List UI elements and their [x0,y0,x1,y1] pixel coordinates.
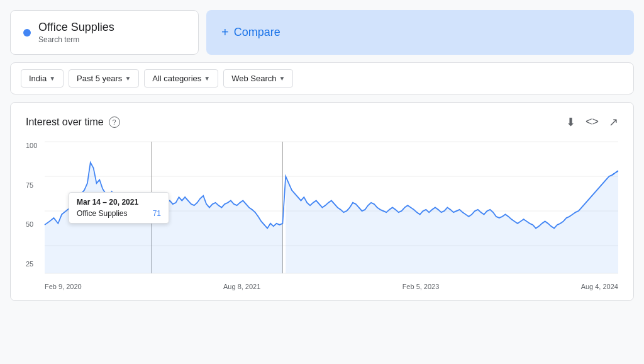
region-chevron: ▼ [49,75,55,82]
tooltip-value: 71 [153,209,161,218]
chart-title: Interest over time [26,117,104,128]
tooltip-term: Office Supplies [77,209,128,218]
tooltip-data-row: Office Supplies 71 [77,209,161,218]
time-filter[interactable]: Past 5 years ▼ [69,69,139,88]
filters-row: India ▼ Past 5 years ▼ All categories ▼ … [10,62,634,94]
y-label-25: 25 [26,260,37,268]
category-filter[interactable]: All categories ▼ [144,69,218,88]
y-label-50: 50 [26,220,37,228]
share-button[interactable]: ↗ [609,115,618,129]
compare-label: Compare [234,26,280,39]
term-name: Office Supplies [38,21,114,34]
x-label-1: Feb 9, 2020 [45,283,82,290]
search-term-text: Office Supplies Search term [38,21,114,44]
region-label: India [29,74,47,83]
download-button[interactable]: ⬇ [566,115,575,129]
chart-tooltip: Mar 14 – 20, 2021 Office Supplies 71 [69,192,169,224]
tooltip-date: Mar 14 – 20, 2021 [77,198,161,207]
region-filter[interactable]: India ▼ [21,69,64,88]
blue-dot-indicator [23,29,31,37]
chart-area: 100 75 50 25 Mar 14 – 20, [26,142,618,280]
compare-plus-icon: + [221,25,229,40]
time-label: Past 5 years [77,74,122,83]
chart-title-group: Interest over time ? [26,117,120,128]
y-label-75: 75 [26,181,37,189]
chart-header: Interest over time ? ⬇ <> ↗ [26,115,618,129]
compare-card[interactable]: + Compare [206,10,634,55]
time-chevron: ▼ [125,75,131,82]
search-type-chevron: ▼ [279,75,286,82]
x-label-4: Aug 4, 2024 [581,283,618,290]
search-type-label: Web Search [231,74,276,83]
search-type-filter[interactable]: Web Search ▼ [223,69,293,88]
x-axis-labels: Feb 9, 2020 Aug 8, 2021 Feb 5, 2023 Aug … [26,283,618,290]
embed-button[interactable]: <> [586,115,599,129]
category-chevron: ▼ [204,75,210,82]
help-icon[interactable]: ? [109,117,120,128]
term-type: Search term [38,35,114,44]
chart-actions: ⬇ <> ↗ [566,115,618,129]
search-term-card: Office Supplies Search term [10,10,199,55]
y-axis-labels: 100 75 50 25 [26,142,37,280]
chart-card: Interest over time ? ⬇ <> ↗ 100 75 50 25 [10,102,634,301]
category-label: All categories [152,74,201,83]
x-label-2: Aug 8, 2021 [223,283,260,290]
y-label-100: 100 [26,142,37,149]
x-label-3: Feb 5, 2023 [402,283,440,290]
